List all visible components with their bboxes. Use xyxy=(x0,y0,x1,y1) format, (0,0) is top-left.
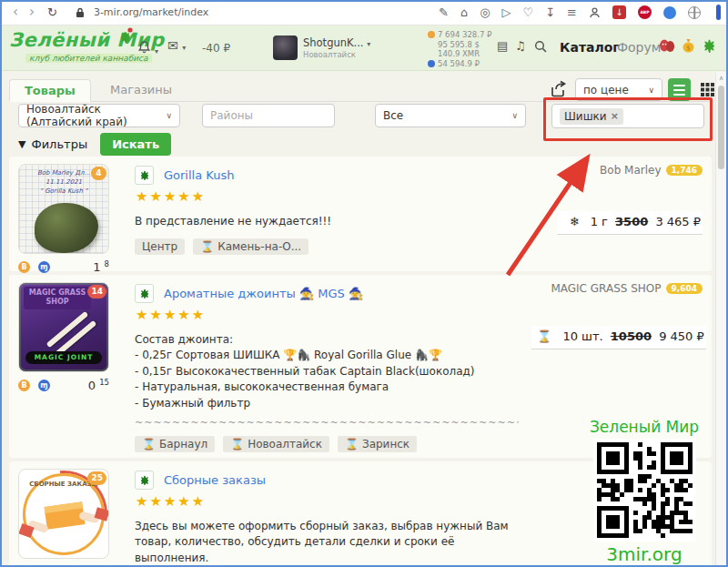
extension-blue-icon[interactable] xyxy=(663,6,676,19)
user-name: ShotgunK... xyxy=(303,36,364,49)
price-new: 9 450 ₽ xyxy=(659,329,704,343)
scroll-up-icon[interactable]: ∧ xyxy=(716,72,726,82)
price-row[interactable]: ❄ 1 г 3500 3 465 ₽ xyxy=(557,211,703,235)
btc-pay-icon: B xyxy=(18,261,30,273)
extension-abp-icon[interactable]: ABP xyxy=(638,5,652,19)
scrollbar-thumb[interactable] xyxy=(718,86,724,169)
category-select[interactable]: Все ∨ xyxy=(375,104,526,127)
product-image[interactable]: СБОРНЫЕ ЗАКАЗЫ 25 xyxy=(18,469,109,559)
avatar[interactable] xyxy=(273,35,298,60)
hourglass-icon: ⌛ xyxy=(345,438,359,451)
notifications-bell-icon[interactable]: ▾ xyxy=(138,40,158,57)
category-leaf-icon xyxy=(135,284,154,303)
balance-label[interactable]: -40 ₽ xyxy=(202,42,230,55)
nav-catalog[interactable]: Каталог xyxy=(560,40,620,55)
tab-products[interactable]: Товары xyxy=(9,79,91,102)
xmr-pay-icon: ɱ xyxy=(38,380,50,391)
filters-toggle[interactable]: ▼ Фильтры xyxy=(18,137,87,151)
price-qty: 1 г xyxy=(591,215,608,228)
user-menu[interactable]: ShotgunK... ▾ Новоалтайск xyxy=(303,36,370,59)
price-row[interactable]: ⌛ 10 шт. 10500 9 450 ₽ xyxy=(531,326,706,349)
districts-input[interactable] xyxy=(210,109,327,122)
masks-icon[interactable] xyxy=(659,39,675,53)
price-old: 3500 xyxy=(615,215,648,228)
hourglass-icon: ⌛ xyxy=(537,329,551,343)
watermark: Зеленый Мир 3mir.org xyxy=(581,418,708,565)
rate-alt: 54 594.9 ₽ xyxy=(438,59,480,69)
seller-rating-badge: 9,604 xyxy=(666,283,703,294)
messages-icon[interactable]: ✉ ▾ xyxy=(167,38,186,53)
fav-count: 1 8 xyxy=(93,259,109,274)
watermark-domain: 3mir.org xyxy=(581,543,708,565)
nav-forum[interactable]: Форум xyxy=(617,40,661,55)
download-icon[interactable]: ↧ xyxy=(545,6,555,18)
xmr-pay-icon: ɱ xyxy=(38,261,50,273)
compose-icon[interactable]: ✎ xyxy=(439,6,449,18)
search-button[interactable]: Искать xyxy=(100,133,171,156)
photo-count-badge: 14 xyxy=(87,285,106,299)
user-caret-icon: ▾ xyxy=(367,40,370,48)
chevron-down-icon: ∨ xyxy=(511,111,518,120)
forward-icon[interactable]: › xyxy=(29,5,35,19)
tab-shops[interactable]: Магазины xyxy=(96,79,187,100)
btc-coin-icon xyxy=(428,31,435,38)
district-tag[interactable]: ⌛Новоалтайск xyxy=(223,436,329,452)
hourglass-icon: ⌛ xyxy=(200,240,214,253)
rating-stars: ★★★★★ xyxy=(136,188,519,205)
seller-name[interactable]: Bob Marley xyxy=(600,164,661,177)
site-logo-subtitle: клуб любителей каннабиса xyxy=(25,54,152,63)
heart-icon[interactable]: ♡ xyxy=(523,6,534,18)
watermark-title: Зеленый Мир xyxy=(581,418,708,436)
extension-download-icon[interactable]: ↓ xyxy=(612,5,626,19)
district-tag[interactable]: Центр xyxy=(135,238,185,255)
category-leaf-icon xyxy=(135,471,154,490)
fav-count: 0 15 xyxy=(88,378,109,392)
lock-icon xyxy=(76,7,85,18)
rate-xmr: 140.9 XMR xyxy=(438,49,480,59)
menu-icon[interactable]: ≡ xyxy=(567,6,577,18)
back-icon[interactable]: ‹ xyxy=(13,5,18,19)
rating-stars: ★★★★★ xyxy=(136,493,519,510)
product-title-link[interactable]: Gorilla Kush xyxy=(164,168,234,182)
separator-line: ~~~~~~~~~~~~~~~~~~~~~~~~~~~~~~~~~~~~~~~~… xyxy=(135,417,519,429)
district-tag[interactable]: ⌛Барнаул xyxy=(135,436,215,452)
district-tag[interactable]: ⌛Заринск xyxy=(338,436,417,452)
user-city: Новоалтайск xyxy=(303,50,370,59)
svg-text:$: $ xyxy=(686,45,690,52)
chevron-down-icon: ∨ xyxy=(166,111,172,120)
product-title-link[interactable]: Ароматные джоинты 🧙 MGS 🧙 xyxy=(164,287,363,300)
logo-flower xyxy=(127,27,132,32)
home-icon[interactable]: ⌂ xyxy=(460,6,468,18)
profile-icon[interactable] xyxy=(589,6,601,18)
product-title-link[interactable]: Сборные заказы xyxy=(164,473,266,487)
money-bag-icon[interactable]: $ xyxy=(682,38,695,53)
send-icon[interactable]: ▷ xyxy=(502,6,511,18)
rate-btc: 7 694 328.7 ₽ xyxy=(438,30,491,40)
music-icon[interactable]: ♫ xyxy=(515,39,526,53)
product-image[interactable]: MAGIC GRASS SHOP MAGIC JOINT 14 xyxy=(18,282,109,372)
district-tag[interactable]: ⌛Камень-на-О... xyxy=(193,238,308,255)
search-icon[interactable] xyxy=(534,40,547,53)
qr-code xyxy=(593,439,696,542)
tags-input[interactable]: Шишки × xyxy=(551,104,704,128)
check-badge-icon[interactable]: ◎ xyxy=(480,6,490,18)
price-qty: 10 шт. xyxy=(562,329,602,343)
product-description: Состав джоинта: - 0,25г Сортовая ШИШКА 🏆… xyxy=(135,332,519,411)
city-select[interactable]: Новоалтайск (Алтайский край) ∨ xyxy=(18,104,180,127)
calculator-icon[interactable]: ▤ xyxy=(497,39,508,53)
url-bar[interactable]: 3-mir.org/market/index xyxy=(94,6,208,18)
extension-globe-icon[interactable] xyxy=(688,6,701,19)
refresh-icon[interactable]: ↻ xyxy=(47,5,57,19)
remove-tag-icon[interactable]: × xyxy=(611,110,619,122)
tag-chip-shishki[interactable]: Шишки × xyxy=(560,108,623,125)
cannabis-leaf-icon[interactable] xyxy=(701,38,718,54)
page: ‹ › ↻ 3-mir.org/market/index ✎ ⌂ ◎ ▷ ♡ ↧… xyxy=(0,0,728,567)
cannabis-bud xyxy=(35,203,98,253)
exchange-rates: 7 694 328.7 ₽ 95 595.8 $ 140.9 XMR 54 59… xyxy=(428,30,491,68)
scrollbar[interactable]: ∧ xyxy=(715,72,726,565)
site-header: Зелёный Мир клуб любителей каннабиса ▾ ✉… xyxy=(0,25,728,71)
funnel-icon: ▼ xyxy=(18,138,25,150)
product-image[interactable]: Bob Marley Дл... 11.11.2021 " Gorilla Ku… xyxy=(18,164,109,254)
seller-name[interactable]: MAGIC GRASS SHOP xyxy=(551,282,661,295)
product-description: Здесь вы можете оформить сборный заказ, … xyxy=(135,519,519,566)
